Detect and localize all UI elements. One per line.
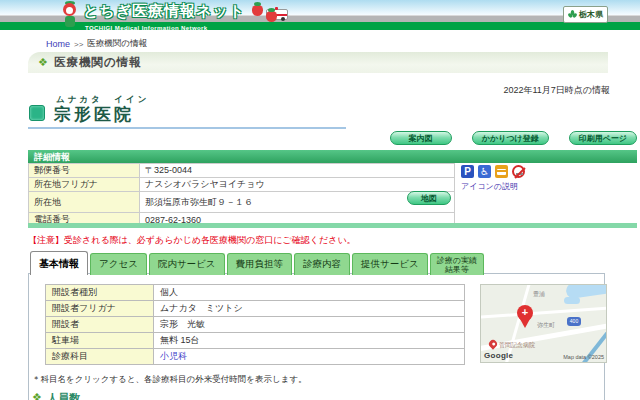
clinic-bullet-icon [29, 105, 45, 121]
site-logo[interactable]: とちぎ医療情報ネット TOCHIGI Medical Information N… [60, 1, 277, 31]
row-value: ナスシオバラシヤヨイチョウ [140, 178, 455, 192]
table-row: 所在地 那須塩原市弥生町９－１６ [29, 192, 455, 213]
logo-title: とちぎ医療情報ネット [83, 2, 245, 21]
detail-bottom-strip [28, 223, 637, 228]
row-label: 診療科目 [46, 349, 154, 365]
map-copyright: Map data ©2025 [563, 354, 604, 360]
action-button-row: 案内図 かかりつけ登録 印刷用ページ [390, 131, 637, 145]
row-value: 無料 15台 [154, 333, 465, 349]
row-label: 開設者種別 [46, 285, 154, 301]
table-row: 所在地フリガナ ナスシオバラシヤヨイチョウ [29, 178, 455, 192]
strawberry-icon [249, 5, 277, 22]
row-label: 開設者フリガナ [46, 301, 154, 317]
row-label: 郵便番号 [29, 164, 140, 178]
row-label: 開設者 [46, 317, 154, 333]
department-note: ＊科目名をクリックすると、各診療科目の外来受付時間を表示します。 [32, 374, 307, 386]
route-shield-icon: 400 [567, 317, 581, 326]
department-link[interactable]: 小児科 [154, 349, 465, 365]
payment-card-icon [495, 165, 508, 178]
section-diamond-icon: ❖ [38, 56, 48, 69]
no-smoking-icon [512, 165, 525, 178]
row-label: 所在地フリガナ [29, 178, 140, 192]
table-row: 開設者フリガナ ムナカタ ミツトシ [46, 301, 465, 317]
tab-basic-info[interactable]: 基本情報 [30, 251, 88, 275]
tab-treatment[interactable]: 診療内容 [294, 253, 350, 275]
notice-text: 【注意】受診される際は、必ずあらかじめ各医療機関の窓口にご確認ください。 [28, 234, 356, 247]
detail-table: 郵便番号 〒325-0044 所在地フリガナ ナスシオバラシヤヨイチョウ 所在地… [28, 163, 455, 213]
map-pin-area-label: 弥生町 [537, 321, 555, 330]
row-value: 宗形 光敏 [154, 317, 465, 333]
table-row: 開設者種別 個人 [46, 285, 465, 301]
tab-hospital-services[interactable]: 院内サービス [149, 253, 225, 275]
pref-leaf-icon [568, 10, 577, 19]
row-label: 駐車場 [46, 333, 154, 349]
pref-badge-label: 栃木県 [579, 9, 603, 20]
tab-bar: 基本情報 アクセス 院内サービス 費用負担等 診療内容 提供サービス 診療の実績… [30, 251, 484, 275]
tochigi-pref-badge[interactable]: 栃木県 [563, 6, 608, 23]
row-label: 所在地 [29, 192, 140, 213]
logo-subtitle: TOCHIGI Medical Information Network [85, 25, 277, 31]
breadcrumb-home-link[interactable]: Home [46, 39, 70, 49]
row-value: 個人 [154, 285, 465, 301]
parking-icon: P [461, 165, 474, 178]
tab-access[interactable]: アクセス [90, 253, 147, 275]
row-value: 〒325-0044 [140, 164, 455, 178]
map-road [480, 306, 607, 319]
section-title: 医療機関の情報 [54, 55, 142, 70]
table-row: 郵便番号 〒325-0044 [29, 164, 455, 178]
mascot-icon [60, 1, 80, 29]
basic-info-table: 開設者種別 個人 開設者フリガナ ムナカタ ミツトシ 開設者 宗形 光敏 駐車場… [45, 284, 465, 365]
map-water [564, 297, 580, 304]
detail-info-header: 詳細情報 [28, 150, 637, 163]
breadcrumb: Home >> 医療機関の情報 [46, 38, 147, 50]
google-logo: Google [484, 351, 513, 360]
map-button[interactable]: 地図 [407, 191, 451, 205]
breadcrumb-separator: >> [74, 40, 83, 49]
facility-icons: P ♿ [461, 165, 525, 178]
guide-map-button[interactable]: 案内図 [390, 131, 452, 145]
wheelchair-icon: ♿ [478, 165, 491, 178]
clinic-name: 宗形医院 [54, 103, 134, 126]
print-page-button[interactable]: 印刷用ページ [569, 131, 637, 145]
table-row: 駐車場 無料 15台 [46, 333, 465, 349]
clinic-map-pin-icon: + [517, 305, 534, 329]
tab-costs[interactable]: 費用負担等 [227, 253, 293, 275]
title-underline [28, 127, 346, 129]
next-section-heading: ❖ 人員数 [32, 391, 80, 400]
icons-caption-link[interactable]: アイコンの説明 [461, 181, 518, 192]
family-doctor-register-button[interactable]: かかりつけ登録 [472, 131, 549, 145]
tab-results[interactable]: 診療の実績 結果等 [430, 253, 484, 275]
hospital-label: 菅間記念病院 [499, 341, 535, 350]
section-header: ❖ 医療機関の情報 [28, 52, 608, 73]
row-value: ムナカタ ミツトシ [154, 301, 465, 317]
section-diamond-icon: ❖ [32, 391, 42, 400]
breadcrumb-current: 医療機関の情報 [87, 38, 147, 50]
page: とちぎ医療情報ネット TOCHIGI Medical Information N… [0, 0, 640, 400]
table-row: 診療科目 小児科 [46, 349, 465, 365]
table-row: 開設者 宗形 光敏 [46, 317, 465, 333]
as-of-date: 2022年11月7日時点の情報 [503, 84, 610, 97]
map-thumbnail[interactable]: 豊浦 400 + 弥生町 菅間記念病院 Google Map data ©202… [480, 284, 607, 363]
map-area-label: 豊浦 [533, 290, 545, 299]
tab-provided-services[interactable]: 提供サービス [352, 253, 428, 275]
